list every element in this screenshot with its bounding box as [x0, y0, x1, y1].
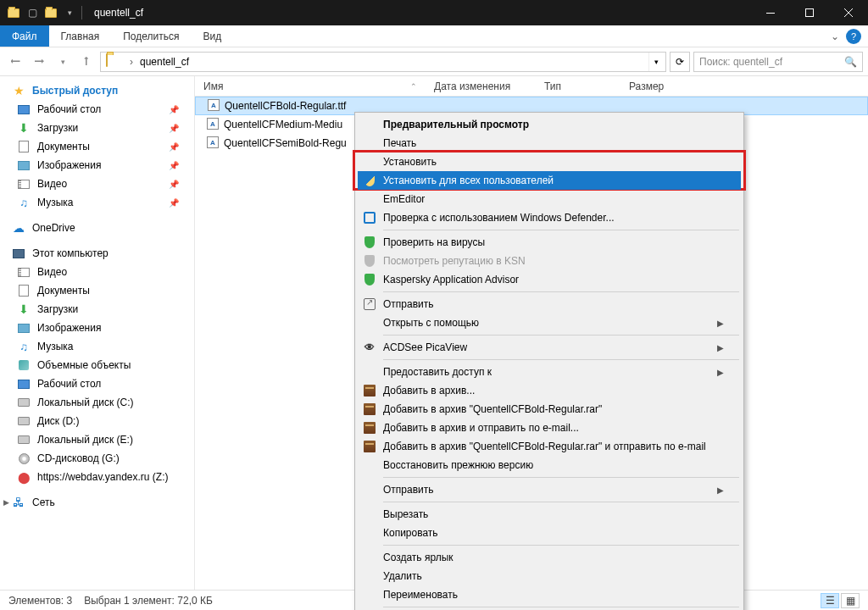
sidebar-item-pictures[interactable]: Изображения📌 — [0, 156, 194, 175]
menu-rename[interactable]: Переименовать — [358, 585, 741, 604]
sidebar-item-documents[interactable]: Документы📌 — [0, 137, 194, 156]
yandex-icon: ⬤ — [17, 470, 31, 484]
address-bar[interactable]: › quentell_cf ▾ — [100, 52, 666, 72]
menu-separator — [383, 335, 739, 336]
menu-kaspersky[interactable]: Kaspersky Application Advisor — [358, 270, 741, 289]
menu-preview[interactable]: Предварительный просмотр — [358, 115, 741, 134]
system-menu-icon[interactable] — [7, 6, 20, 19]
sidebar-item-videos[interactable]: Видео📌 — [0, 175, 194, 193]
tab-file[interactable]: Файл — [0, 25, 49, 47]
maximize-button[interactable] — [790, 0, 829, 25]
menu-defender[interactable]: Проверка с использованием Windows Defend… — [358, 208, 741, 227]
column-name[interactable]: Имя⌃ — [195, 80, 426, 92]
sidebar-item-pc-documents[interactable]: Документы — [0, 281, 194, 300]
folder-icon — [106, 54, 121, 69]
column-date[interactable]: Дата изменения — [426, 80, 536, 92]
menu-send-to[interactable]: Отправить▶ — [358, 480, 741, 499]
menu-add-archive-named[interactable]: Добавить в архив "QuentellCFBold-Regular… — [358, 400, 741, 419]
search-input[interactable]: Поиск: quentell_cf 🔍 — [693, 52, 863, 72]
ribbon-expand-icon[interactable]: ⌄ — [824, 25, 846, 47]
menu-virus-check[interactable]: Проверить на вирусы — [358, 233, 741, 252]
rar-icon — [363, 402, 376, 416]
sort-indicator-icon: ⌃ — [410, 82, 417, 91]
sidebar-item-disk-g[interactable]: CD-дисковод (G:) — [0, 449, 194, 468]
view-icons-button[interactable]: ▦ — [841, 593, 860, 608]
navigation-bar: 🠔 🠖 ▾ 🠕 › quentell_cf ▾ ⟳ Поиск: quentel… — [0, 47, 868, 76]
menu-open-with[interactable]: Открыть с помощью▶ — [358, 313, 741, 332]
nav-forward-button[interactable]: 🠖 — [29, 52, 49, 72]
rar-icon — [363, 421, 376, 435]
help-button[interactable]: ? — [846, 29, 861, 44]
search-icon[interactable]: 🔍 — [844, 56, 857, 68]
view-details-button[interactable]: ☰ — [821, 593, 839, 608]
menu-install-all-users[interactable]: Установить для всех пользователей — [358, 171, 741, 190]
sidebar-item-music[interactable]: ♫Музыка📌 — [0, 193, 194, 212]
sidebar-item-disk-d[interactable]: Диск (D:) — [0, 412, 194, 430]
menu-copy[interactable]: Копировать — [358, 524, 741, 542]
menu-acdsee[interactable]: 👁ACDSee PicaView▶ — [358, 338, 741, 357]
qat-dropdown-icon[interactable]: ▾ — [63, 6, 76, 19]
sidebar-item-pc-videos[interactable]: Видео — [0, 263, 194, 281]
nav-back-button[interactable]: 🠔 — [5, 52, 25, 72]
sidebar-item-downloads[interactable]: ⬇Загрузки📌 — [0, 119, 194, 137]
cloud-icon: ☁ — [12, 221, 25, 235]
refresh-button[interactable]: ⟳ — [670, 52, 690, 72]
sidebar-this-pc[interactable]: Этот компьютер — [0, 244, 194, 263]
qat-properties-icon[interactable]: ▢ — [25, 6, 39, 19]
rar-icon — [363, 384, 376, 397]
cd-icon — [17, 452, 31, 465]
menu-cut[interactable]: Вырезать — [358, 505, 741, 524]
sidebar-item-desktop[interactable]: Рабочий стол📌 — [0, 100, 194, 119]
sidebar-item-pc-music[interactable]: ♫Музыка — [0, 337, 194, 356]
menu-install[interactable]: Установить — [358, 152, 741, 171]
menu-separator — [383, 230, 739, 230]
sidebar-network[interactable]: ▶🖧Сеть — [0, 493, 194, 512]
menu-delete[interactable]: Удалить — [358, 567, 741, 585]
tab-home[interactable]: Главная — [49, 25, 112, 47]
menu-send[interactable]: Отправить — [358, 295, 741, 313]
star-icon: ★ — [12, 84, 25, 97]
nav-history-dropdown[interactable]: ▾ — [53, 52, 73, 72]
sidebar-onedrive[interactable]: ☁OneDrive — [0, 219, 194, 237]
sidebar-item-pc-desktop[interactable]: Рабочий стол — [0, 374, 194, 393]
defender-icon — [363, 211, 376, 225]
menu-emeditor[interactable]: EmEditor — [358, 190, 741, 208]
download-icon: ⬇ — [17, 121, 31, 135]
menu-add-archive[interactable]: Добавить в архив... — [358, 381, 741, 400]
document-icon — [17, 284, 31, 297]
title-bar: ▢ ▾ quentell_cf — [0, 0, 868, 25]
tab-view[interactable]: Вид — [191, 25, 233, 47]
menu-restore-version[interactable]: Восстановить прежнюю версию — [358, 456, 741, 474]
tab-share[interactable]: Поделиться — [111, 25, 191, 47]
navigation-pane: ★Быстрый доступ Рабочий стол📌 ⬇Загрузки📌… — [0, 76, 195, 590]
music-icon: ♫ — [17, 340, 31, 353]
status-item-count: Элементов: 3 — [8, 595, 72, 607]
svg-rect-0 — [766, 13, 775, 14]
sidebar-quick-access[interactable]: ★Быстрый доступ — [0, 81, 194, 100]
ribbon-tabs: Файл Главная Поделиться Вид ⌄ ? — [0, 25, 868, 47]
menu-create-shortcut[interactable]: Создать ярлык — [358, 548, 741, 567]
sidebar-item-pc-3d[interactable]: Объемные объекты — [0, 356, 194, 374]
menu-print[interactable]: Печать — [358, 134, 741, 152]
expand-icon[interactable]: ▶ — [3, 498, 9, 507]
sidebar-item-webdav[interactable]: ⬤https://webdav.yandex.ru (Z:) — [0, 468, 194, 486]
breadcrumb-item[interactable]: quentell_cf — [138, 56, 191, 68]
column-type[interactable]: Тип — [536, 80, 620, 92]
column-size[interactable]: Размер — [620, 80, 678, 92]
rar-icon — [363, 440, 376, 453]
menu-archive-named-email[interactable]: Добавить в архив "QuentellCFBold-Regular… — [358, 437, 741, 456]
nav-up-button[interactable]: 🠕 — [76, 52, 97, 72]
breadcrumb-caret[interactable]: › — [125, 56, 138, 68]
shield-icon — [363, 174, 376, 187]
sidebar-item-pc-downloads[interactable]: ⬇Загрузки — [0, 300, 194, 319]
sidebar-item-disk-e[interactable]: Локальный диск (E:) — [0, 430, 194, 449]
sidebar-item-pc-pictures[interactable]: Изображения — [0, 319, 194, 337]
gray-shield-icon — [363, 254, 376, 268]
qat-newfolder-icon[interactable] — [44, 6, 58, 19]
minimize-button[interactable] — [751, 0, 790, 25]
address-dropdown-icon[interactable]: ▾ — [648, 53, 664, 71]
menu-archive-email[interactable]: Добавить в архив и отправить по e-mail..… — [358, 419, 741, 437]
close-button[interactable] — [829, 0, 868, 25]
menu-give-access[interactable]: Предоставить доступ к▶ — [358, 363, 741, 381]
sidebar-item-disk-c[interactable]: Локальный диск (C:) — [0, 393, 194, 412]
